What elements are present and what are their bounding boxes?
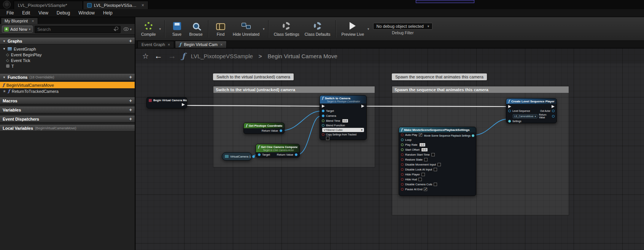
hide-player-pin[interactable] — [401, 173, 404, 176]
node-get-cine-camera-component[interactable]: ƒGet Cine Camera Component Target is Cin… — [256, 144, 300, 158]
disable-look-at-input-checkbox[interactable] — [434, 168, 437, 171]
disable-camera-cuts-checkbox[interactable] — [434, 183, 437, 186]
target-pin[interactable] — [258, 153, 261, 156]
close-icon[interactable]: × — [168, 42, 170, 47]
menu-view[interactable]: View — [34, 10, 52, 16]
window-tab-blueprint[interactable]: LVL_PixotopeVSSample* × — [83, 1, 148, 9]
compile-options-caret[interactable]: ▾ — [159, 27, 162, 31]
pause-at-end-pin[interactable] — [401, 188, 404, 191]
comment-box-header[interactable]: Spawn the sequence that animates this ca… — [392, 86, 569, 93]
copy-settings-checkbox[interactable] — [326, 137, 329, 140]
sidebar-item-event-t[interactable]: T — [0, 63, 135, 69]
search-input[interactable] — [35, 26, 121, 33]
sidebar-item-beginvirtualcameramove[interactable]: ƒ BeginVirtualCameraMove — [0, 82, 135, 88]
play-rate-pin[interactable] — [401, 143, 404, 146]
blend-time-field[interactable]: 0.0 — [342, 119, 349, 123]
settings-pin[interactable] — [508, 120, 511, 123]
save-button[interactable]: Save — [167, 18, 186, 40]
add-new-button[interactable]: + Add New ▾ — [2, 25, 33, 33]
sidebar-item-returntotrackedcamera[interactable]: ★ ƒ ReturnToTrackedCamera — [0, 88, 135, 94]
comment-box-header[interactable]: Switch to the virtual (untracked) camera — [213, 86, 375, 93]
exec-in-pin[interactable] — [322, 105, 325, 108]
level-sequence-asset-dropdown[interactable]: LS_CameraMove ▾ — [513, 114, 537, 118]
hide-unrelated-button[interactable]: Hide Unrelated — [230, 18, 262, 40]
close-tab-icon[interactable]: × — [142, 3, 144, 8]
comment-bubble-spawn-sequence[interactable]: Spawn the sequence that animates this ca… — [392, 73, 487, 80]
expander-icon[interactable]: ▼ — [3, 76, 6, 79]
browse-button[interactable]: Browse — [186, 18, 205, 40]
hide-player-checkbox[interactable] — [421, 173, 425, 176]
expander-icon[interactable]: ▼ — [3, 47, 6, 51]
menu-help[interactable]: Help — [99, 10, 117, 16]
add-variable-button[interactable]: + — [129, 108, 132, 112]
unreal-logo-icon[interactable] — [3, 1, 11, 8]
return-value-pin[interactable] — [552, 115, 555, 118]
sidebar-item-event-beginplay[interactable]: ◇ Event BeginPlay — [0, 52, 135, 57]
node-make-playback-settings[interactable]: ƒMake MovieSceneSequencePlaybackSettings… — [399, 127, 476, 196]
exec-out-pin[interactable] — [182, 103, 185, 106]
add-function-button[interactable]: + — [129, 75, 132, 79]
return-value-pin[interactable] — [280, 129, 282, 132]
start-offset-field[interactable]: 0.0 — [421, 148, 428, 152]
tab-my-blueprint[interactable]: My Blueprint × — [1, 18, 38, 24]
find-button[interactable]: Find — [211, 18, 230, 40]
auto-play-pin[interactable] — [401, 134, 404, 136]
node-virtual-camera-variable[interactable]: VirtualCamera 1 — [222, 152, 252, 161]
return-value-pin[interactable] — [295, 153, 297, 156]
sidebar-item-event-tick[interactable]: ◇ Event Tick — [0, 57, 135, 63]
exec-out-pin[interactable] — [552, 105, 555, 108]
section-local-variables[interactable]: Local Variables (BeginVirtualCameraMove) — [0, 125, 135, 132]
add-dispatcher-button[interactable]: + — [129, 117, 132, 121]
random-start-time-pin[interactable] — [401, 153, 404, 156]
section-variables[interactable]: Variables + — [0, 107, 135, 113]
menu-debug[interactable]: Debug — [52, 10, 74, 16]
playback-settings-out-pin[interactable] — [472, 134, 474, 137]
comment-bubble-switch-camera[interactable]: Switch to the virtual (untracked) camera — [213, 73, 294, 80]
hide-hud-pin[interactable] — [401, 178, 404, 181]
exec-out-pin[interactable] — [361, 105, 364, 108]
loop-pin[interactable] — [401, 139, 404, 141]
menu-file[interactable]: File — [2, 10, 18, 16]
blend-function-pin[interactable] — [322, 124, 324, 127]
tab-event-graph[interactable]: Event Graph × — [137, 41, 174, 48]
favorite-star-icon[interactable]: ☆ — [142, 52, 149, 61]
play-rate-field[interactable]: 1.0 — [419, 143, 426, 147]
expander-icon[interactable]: ▼ — [3, 40, 6, 43]
window-tab-level[interactable]: LVL_PixotopeVSSample* — [14, 1, 83, 9]
node-begin-virtual-camera-move[interactable]: Begin Virtual Camera Move — [146, 97, 187, 108]
breadcrumb-root[interactable]: LVL_PixotopeVSSample — [191, 53, 253, 59]
section-functions[interactable]: ▼ Functions (18 Overridable) + — [0, 74, 135, 81]
sidebar-item-eventgraph[interactable]: ▼ EventGraph — [0, 46, 135, 52]
restore-state-checkbox[interactable] — [424, 158, 428, 161]
pause-at-end-checkbox[interactable] — [424, 188, 427, 191]
copy-settings-pin[interactable] — [322, 133, 324, 136]
preview-live-button[interactable]: Preview Live — [339, 18, 367, 40]
blend-function-dropdown[interactable]: VTBlend Cubic ▾ — [322, 128, 364, 132]
add-graph-button[interactable]: + — [129, 39, 132, 43]
node-switch-to-camera[interactable]: ƒSwitch to Camera Target is Pixotope Coo… — [320, 95, 367, 140]
restore-state-pin[interactable] — [401, 158, 404, 161]
menu-window[interactable]: Window — [74, 10, 99, 16]
back-arrow-icon[interactable]: ← — [154, 51, 162, 61]
close-icon[interactable]: × — [220, 42, 223, 47]
random-start-time-checkbox[interactable] — [431, 153, 435, 156]
hide-unrelated-caret[interactable]: ▾ — [262, 27, 266, 31]
blend-time-pin[interactable] — [322, 119, 324, 122]
camera-pin[interactable] — [322, 115, 324, 117]
tab-begin-virtual-camera-move[interactable]: ƒ Begin Virtual Cam × — [175, 41, 227, 48]
forward-arrow-icon[interactable]: → — [168, 51, 176, 61]
disable-movement-input-checkbox[interactable] — [437, 163, 441, 166]
node-create-level-sequence-player[interactable]: ƒCreate Level Sequence Player Level Sequ… — [506, 98, 557, 123]
preview-live-caret[interactable]: ▾ — [367, 27, 370, 31]
compile-button[interactable]: Compile — [138, 18, 159, 40]
section-event-dispatchers[interactable]: Event Dispatchers + — [0, 116, 135, 123]
disable-camera-cuts-pin[interactable] — [401, 183, 404, 186]
node-get-pixotope-coordinator[interactable]: ƒGet Pixotope Coordinator Return Value — [243, 123, 285, 134]
close-icon[interactable]: × — [32, 19, 34, 23]
visibility-filter-button[interactable]: ▾ — [122, 27, 133, 31]
class-settings-button[interactable]: Class Settings — [271, 18, 302, 40]
out-actor-pin[interactable] — [552, 110, 555, 112]
class-defaults-button[interactable]: Class Defaults — [302, 18, 333, 40]
debug-object-dropdown[interactable]: No debug object selected ▾ — [373, 23, 433, 30]
disable-look-at-input-pin[interactable] — [401, 168, 404, 171]
